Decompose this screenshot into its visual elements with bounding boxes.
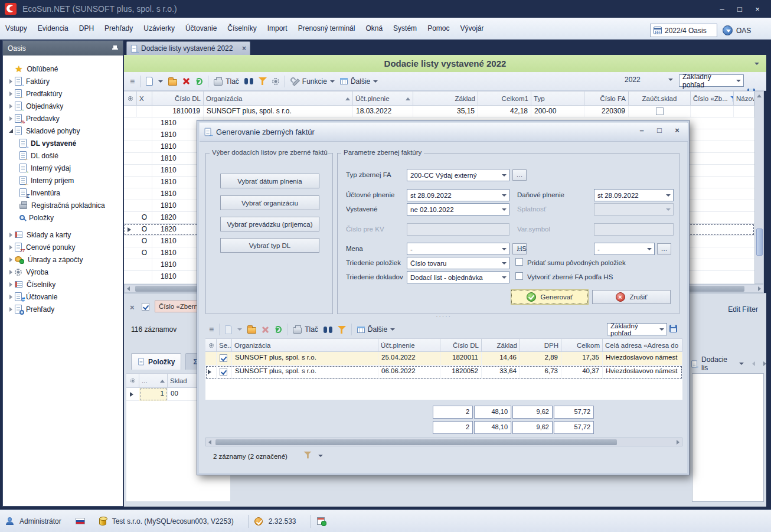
column-dph[interactable]: DPH xyxy=(520,339,561,352)
open-icon[interactable] xyxy=(168,79,177,86)
menu-prehlady[interactable]: Prehľady xyxy=(99,18,138,39)
settings-gear-icon[interactable] xyxy=(272,78,279,85)
sidebar-item-ciselniky[interactable]: Číselníky xyxy=(3,278,123,291)
sidebar-item-skladove-pohyby[interactable]: Skladové pohyby xyxy=(3,125,123,137)
scroll-left-icon[interactable] xyxy=(127,286,130,291)
expand-icon[interactable] xyxy=(9,257,12,262)
column-organizacia[interactable]: Organizácia xyxy=(204,92,353,106)
scroll-right-icon[interactable] xyxy=(758,286,761,291)
filter-icon[interactable] xyxy=(259,77,267,85)
tab-dropdown-icon[interactable] xyxy=(739,363,744,365)
pridat-sumu-checkbox[interactable] xyxy=(515,258,523,266)
menu-vstupy[interactable]: Vstupy xyxy=(0,18,32,39)
sidebar-item-prehlady[interactable]: Prehľady xyxy=(3,303,123,315)
filter-remove-icon[interactable]: × xyxy=(130,303,135,312)
expand-icon[interactable] xyxy=(9,104,12,109)
sidebar-item-cenove-ponuky[interactable]: Cenové ponuky xyxy=(3,241,123,253)
cancel-button[interactable]: Zrušiť xyxy=(592,290,671,304)
column-zaklad[interactable]: Základ xyxy=(413,92,478,106)
search-icon[interactable] xyxy=(244,78,253,84)
select-dl-type-button[interactable]: Vybrať typ DL xyxy=(220,238,319,253)
expand-icon[interactable] xyxy=(9,92,12,96)
expand-icon[interactable] xyxy=(9,233,12,237)
view-selector[interactable]: Základný pohľad xyxy=(679,74,744,87)
footer-filter-dropdown-icon[interactable] xyxy=(318,455,323,457)
sidebar-item-predfaktury[interactable]: Predfaktúry xyxy=(3,87,123,100)
sidebar-item-uhrady-a-zapocty[interactable]: Úhrady a zápočty xyxy=(3,253,123,266)
sidebar-item-objednavky[interactable]: Objednávky xyxy=(3,100,123,112)
danove-plnenie-combo[interactable]: st 28.09.2022 xyxy=(594,189,674,201)
expand-icon[interactable] xyxy=(9,270,12,275)
column-zauct-sklad[interactable]: Zaúčt.sklad xyxy=(629,92,691,106)
column-uct-plnenie[interactable]: Účt.plnenie xyxy=(353,92,413,106)
dialog-table-row[interactable]: SUNSOFT plus, spol. s r.o. 25.04.2022 18… xyxy=(205,352,682,365)
tab-polozky[interactable]: Položky xyxy=(131,353,181,370)
expand-icon[interactable] xyxy=(9,282,12,287)
sidebar-item-interny-prijem[interactable]: Interný príjem xyxy=(3,174,123,187)
menu-dph[interactable]: DPH xyxy=(74,18,99,39)
tab-dodacie-listy[interactable]: Dodacie listy vystavené 2022 × xyxy=(126,41,250,55)
expand-icon[interactable] xyxy=(9,307,12,312)
menu-pomoc[interactable]: Pomoc xyxy=(422,18,455,39)
sidebar-item-vyroba[interactable]: Výroba xyxy=(3,266,123,278)
dialog-table-row-current[interactable]: SUNSOFT plus, spol. s r.o. 06.06.2022 18… xyxy=(205,365,682,379)
expand-icon[interactable] xyxy=(9,116,12,121)
zauct-sklad-checkbox[interactable] xyxy=(656,107,664,115)
menu-evidencia[interactable]: Evidencia xyxy=(32,18,74,39)
new-record-icon[interactable] xyxy=(146,77,153,86)
prev-tab-icon[interactable] xyxy=(752,361,755,366)
table-row[interactable]: 1810019 SUNSOFT plus, spol. s r.o. 18.03… xyxy=(124,106,754,118)
column-x[interactable]: X xyxy=(137,92,152,106)
footer-filter-icon[interactable] xyxy=(304,452,312,459)
hs-ellipsis-button[interactable]: … xyxy=(657,243,671,254)
expand-icon[interactable] xyxy=(9,245,12,250)
vystavene-combo[interactable]: ne 02.10.2022 xyxy=(407,203,509,216)
column-uct-plnenie[interactable]: Účt.plnenie xyxy=(378,339,440,352)
column-celkom1[interactable]: Celkom1 xyxy=(478,92,531,106)
column-se[interactable]: Se... xyxy=(217,339,232,352)
select-organization-button[interactable]: Vybrať organizáciu xyxy=(220,195,319,210)
sidebar-item-sklady-a-karty[interactable]: Sklady a karty xyxy=(3,229,123,241)
refresh-icon[interactable] xyxy=(195,78,202,85)
minimize-button[interactable]: – xyxy=(713,5,731,14)
pin-icon[interactable] xyxy=(112,45,118,51)
typ-zbernej-fa-ellipsis-button[interactable]: … xyxy=(512,169,527,181)
dialog-titlebar[interactable]: Generovanie zberných faktúr xyxy=(200,123,688,142)
grid-gear-icon[interactable] xyxy=(128,96,132,101)
select-branch-button[interactable]: Vybrať prevádzku (príjemca) xyxy=(220,217,319,231)
column-zaklad[interactable]: Základ xyxy=(482,339,520,352)
column-dots[interactable]: ... xyxy=(139,374,168,388)
menu-okna[interactable]: Okná xyxy=(360,18,388,39)
grid-gear-icon[interactable] xyxy=(209,343,214,348)
hs-combo[interactable]: - xyxy=(594,243,655,255)
vytvorit-podla-hs-checkbox[interactable] xyxy=(515,272,523,280)
sidebar-item-polozky[interactable]: Položky xyxy=(3,211,123,224)
grid-gear-icon[interactable] xyxy=(130,378,135,383)
column-cislo-dl[interactable]: Číslo DL xyxy=(152,92,204,106)
menu-ciselniky[interactable]: Číselníky xyxy=(222,18,262,39)
row-select-checkbox[interactable] xyxy=(220,354,227,362)
filter-icon[interactable] xyxy=(338,326,346,334)
dialog-minimize-button[interactable]: – xyxy=(635,126,649,135)
select-date-button[interactable]: Vybrať dátum plnenia xyxy=(220,174,319,188)
scroll-left-icon[interactable] xyxy=(208,440,211,445)
expand-icon[interactable] xyxy=(9,295,12,299)
mena-combo[interactable]: - xyxy=(407,243,509,255)
grid-settings-cell[interactable] xyxy=(124,92,137,106)
splitter-handle[interactable]: ····· xyxy=(197,313,690,319)
menu-uctovanie[interactable]: Účtovanie xyxy=(180,18,222,39)
sidebar-item-interny-vydaj[interactable]: Interný výdaj xyxy=(3,162,123,174)
maximize-button[interactable]: □ xyxy=(731,5,749,14)
column-cislo-dl[interactable]: Číslo DL xyxy=(440,339,482,352)
triedenie-dokladov-combo[interactable]: Dodací list - objednávka xyxy=(407,271,509,283)
sidebar-item-uctovanie[interactable]: Účtovanie xyxy=(3,291,123,303)
search-icon[interactable] xyxy=(324,327,332,333)
print-button[interactable]: Tlač xyxy=(293,325,318,334)
menu-import[interactable]: Import xyxy=(262,18,293,39)
more-menu-button[interactable]: Ďalšie xyxy=(340,77,378,86)
scroll-right-icon[interactable] xyxy=(677,440,679,445)
collapse-icon[interactable] xyxy=(9,129,13,133)
scrollbar-thumb[interactable] xyxy=(215,439,617,445)
dialog-close-button[interactable]: × xyxy=(670,126,684,135)
column-nazov[interactable]: Názov « xyxy=(734,92,754,106)
